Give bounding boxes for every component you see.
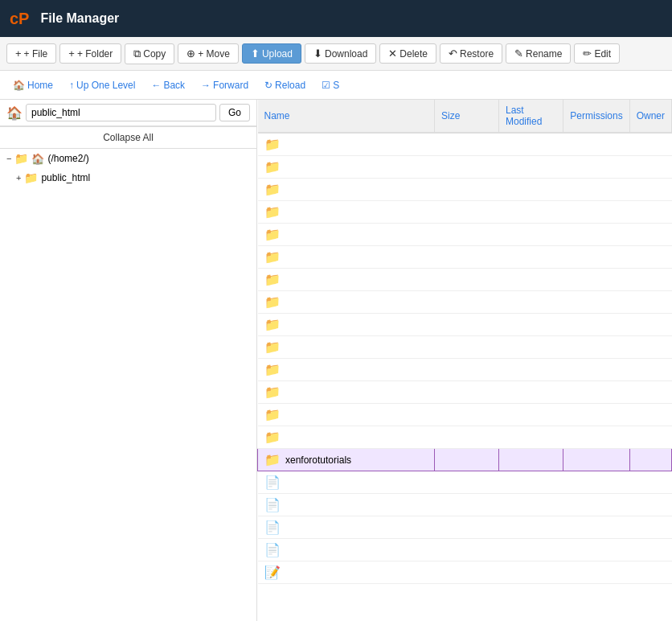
upload-icon: ⬆ (251, 47, 260, 60)
col-modified-header[interactable]: Last Modified (499, 100, 563, 133)
file-perms-cell (563, 494, 629, 516)
file-name-cell: 📄 (258, 494, 435, 516)
table-row[interactable]: 📁 (258, 156, 672, 179)
table-row[interactable]: 📄 (258, 494, 672, 516)
new-folder-button[interactable]: + + Folder (59, 43, 121, 64)
file-table: Name Size Last Modified Permissions Owne… (257, 100, 672, 584)
back-button[interactable]: ← Back (145, 77, 191, 93)
table-row[interactable]: 📁 (258, 426, 672, 449)
rename-button[interactable]: ✎ Rename (506, 43, 571, 64)
file-name-cell: 📁 (258, 269, 435, 291)
file-owner-cell (629, 224, 671, 246)
folder-add-icon: + (68, 47, 75, 60)
file-modified-cell (499, 426, 563, 449)
file-owner-cell (629, 336, 671, 359)
sidebar-home-icon: 🏠 (6, 105, 23, 121)
file-owner-cell (629, 359, 671, 381)
file-owner-cell (629, 246, 671, 269)
edit-button[interactable]: ✏ Edit (574, 43, 620, 64)
tree-root-label: (/home2/) (47, 153, 88, 164)
table-row[interactable]: 📁 (258, 201, 672, 224)
col-size-header[interactable]: Size (435, 100, 499, 133)
file-owner-cell (629, 381, 671, 404)
table-row[interactable]: 📄 (258, 471, 672, 494)
move-button[interactable]: ⊕ + Move (178, 43, 239, 64)
home-nav-button[interactable]: 🏠 Home (6, 77, 59, 93)
table-row[interactable]: 📁 (258, 291, 672, 314)
file-size-cell (435, 133, 499, 156)
tree-public-html-item[interactable]: + 📁 public_html (0, 168, 256, 187)
file-perms-cell (563, 381, 629, 404)
table-row[interactable]: 📁 (258, 269, 672, 291)
file-owner-cell (629, 516, 671, 539)
folder-icon: 📁 (264, 452, 281, 467)
file-perms-cell (563, 224, 629, 246)
path-input[interactable] (26, 104, 216, 121)
restore-button[interactable]: ↶ Restore (440, 43, 502, 64)
file-name-cell: 📁 (258, 404, 435, 426)
table-row[interactable]: 📁 (258, 179, 672, 201)
reload-label: Reload (275, 80, 305, 91)
download-button[interactable]: ⬇ Download (305, 43, 376, 64)
move-icon: ⊕ (186, 47, 195, 60)
table-row[interactable]: 📁 (258, 246, 672, 269)
file-modified-cell (499, 494, 563, 516)
file-modified-cell (499, 539, 563, 561)
file-add-icon: + (15, 47, 22, 60)
file-size-cell (435, 539, 499, 561)
file-modified-cell (499, 314, 563, 336)
file-modified-cell (499, 269, 563, 291)
reload-button[interactable]: ↻ Reload (258, 77, 312, 93)
file-perms-cell (563, 156, 629, 179)
file-name-cell: 📁 (258, 224, 435, 246)
root-folder-icon: 📁 (14, 152, 28, 165)
header-bar: cP File Manager (0, 0, 672, 37)
col-permissions-header[interactable]: Permissions (563, 100, 629, 133)
folder-icon: 📁 (264, 182, 281, 197)
table-row[interactable]: 📁 (258, 381, 672, 404)
table-header-row: Name Size Last Modified Permissions Owne… (258, 100, 672, 133)
file-perms-cell (563, 314, 629, 336)
table-row[interactable]: 📄 (258, 539, 672, 561)
upload-button[interactable]: ⬆ Upload (242, 43, 301, 64)
copy-button[interactable]: ⧉ Copy (125, 43, 174, 64)
table-row[interactable]: 📁 (258, 359, 672, 381)
file-name-cell: 📝 (258, 561, 435, 584)
file-name-cell: 📄 (258, 539, 435, 561)
delete-button[interactable]: ✕ Delete (379, 43, 436, 64)
table-row[interactable]: 📄 (258, 516, 672, 539)
file-size-cell (435, 314, 499, 336)
file-size-cell (435, 269, 499, 291)
table-row[interactable]: 📝 (258, 561, 672, 584)
folder-icon: 📁 (264, 407, 281, 422)
file-owner-cell (629, 201, 671, 224)
col-name-header[interactable]: Name (258, 100, 435, 133)
sidebar: 🏠 Go Collapse All − 📁 🏠 (/home2/) + 📁 pu… (0, 100, 257, 621)
up-level-icon: ↑ (69, 80, 74, 91)
file-perms-cell (563, 291, 629, 314)
table-row[interactable]: 📁 (258, 224, 672, 246)
tree-root-item[interactable]: − 📁 🏠 (/home2/) (0, 149, 256, 168)
file-size-cell (435, 291, 499, 314)
download-icon: ⬇ (313, 47, 322, 60)
collapse-all-button[interactable]: Collapse All (0, 126, 256, 149)
table-row[interactable]: 📁 (258, 336, 672, 359)
file-size-cell (435, 494, 499, 516)
col-owner-header[interactable]: Owner (629, 100, 671, 133)
forward-button[interactable]: → Forward (195, 77, 255, 93)
public-html-folder-icon: 📁 (24, 171, 38, 184)
upload-label: Upload (262, 48, 293, 60)
folder-icon: 📁 (264, 227, 281, 242)
table-row[interactable]: 📁xenforotutorials (258, 449, 672, 471)
file-perms-cell (563, 449, 629, 471)
table-row[interactable]: 📁 (258, 314, 672, 336)
new-file-button[interactable]: + + File (6, 43, 56, 64)
go-button[interactable]: Go (219, 104, 250, 121)
table-row[interactable]: 📁 (258, 404, 672, 426)
table-row[interactable]: 📁 (258, 133, 672, 156)
select-label: S (333, 80, 339, 91)
main-layout: 🏠 Go Collapse All − 📁 🏠 (/home2/) + 📁 pu… (0, 100, 672, 621)
up-level-button[interactable]: ↑ Up One Level (63, 77, 141, 93)
file-area: Name Size Last Modified Permissions Owne… (257, 100, 672, 621)
select-button[interactable]: ☑ S (315, 77, 346, 93)
